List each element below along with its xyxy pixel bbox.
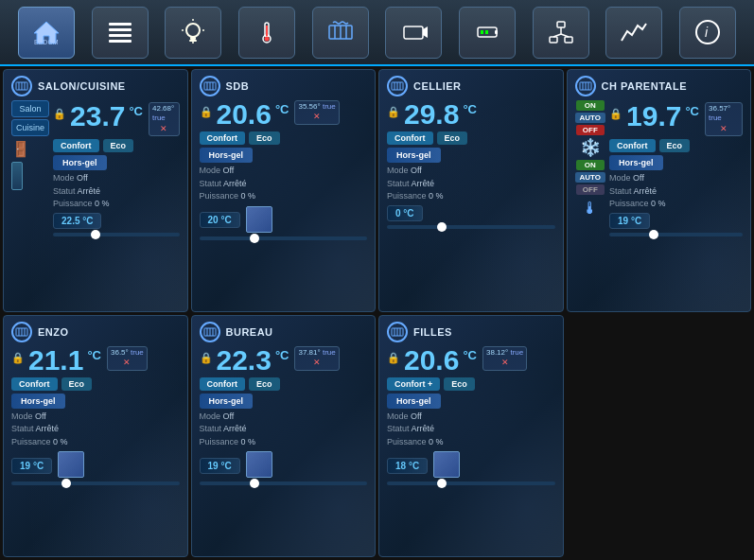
info-statut-parentale: Statut Arrêté [609,185,743,199]
btn-row-salon: Confort Eco [53,139,179,152]
slider-filles[interactable] [387,481,555,485]
svg-rect-27 [557,22,565,27]
temp-unit-filles: °C [463,348,477,362]
thumb-sdb [246,206,272,233]
info-statut-cellier: Statut Arrêté [387,178,555,191]
badge-close-filles[interactable]: ✕ [486,358,523,369]
btn-horsgel-salon[interactable]: Hors-gel [53,155,107,170]
zone-cellier: CELLIER 🔒 29.8 °C Confort Eco Hors-gel M… [378,69,564,312]
btn-confort-sdb[interactable]: Confort [200,131,246,145]
info-puissance-bureau: Puissance 0 % [200,436,368,449]
info-puissance-enzo: Puissance 0 % [11,436,180,449]
nav-camera[interactable] [385,7,442,59]
btn-horsgel-filles[interactable]: Hors-gel [387,394,441,409]
nav-network[interactable] [533,7,589,59]
slider-thumb-sdb[interactable] [250,234,259,243]
badge-close-salon[interactable]: ✕ [152,124,176,135]
slider-thumb-filles[interactable] [437,479,447,488]
btn-eco-filles[interactable]: Eco [444,377,475,391]
btn-confort-salon[interactable]: Confort [53,139,99,152]
btn-eco-parentale[interactable]: Eco [659,139,691,152]
zone-header-bureau: BUREAU [200,322,368,342]
nav-shutters[interactable] [92,7,149,59]
info-puissance-filles: Puissance 0 % [387,436,555,449]
slider-thumb-cellier[interactable] [437,222,447,232]
thumb-bureau [246,451,272,478]
slider-cellier[interactable] [387,225,555,229]
parentale-toggles: ON AUTO OFF ❄️ ON AUTO OFF 🌡 [575,100,606,236]
zone-sdb: SDB 🔒 20.6 °C 35.56° true ✕ Confort Eco … [191,69,377,312]
setpoint-cellier: 0 °C [387,205,423,221]
btn-eco-salon[interactable]: Eco [103,139,134,152]
temp-badge-parentale: 36.57° true ✕ [705,102,743,136]
parentale-right: 🔒 19.7 °C 36.57° true ✕ Confort Eco Hors… [609,100,743,236]
nav-thermometer[interactable] [238,7,295,59]
info-puissance-salon: Puissance 0 % [53,198,179,211]
zone-header-filles: FILLES [387,322,555,342]
lock-icon-bureau: 🔒 [200,352,213,364]
btn-eco-sdb[interactable]: Eco [249,131,280,145]
toggle-auto-parentale[interactable]: AUTO [575,113,606,123]
slider-parentale[interactable] [609,233,743,236]
btn-horsgel-enzo[interactable]: Hors-gel [11,394,65,409]
nav-chart[interactable] [605,7,662,59]
nav-lights[interactable] [165,7,221,59]
toggle-auto2-parentale[interactable]: AUTO [575,172,606,183]
btn-row-parentale: Confort Eco [609,139,743,152]
nav-info[interactable]: i [679,7,736,59]
nav-radiator[interactable] [312,7,369,59]
slider-salon[interactable] [53,233,179,236]
nav-home[interactable]: EEDOM [18,7,75,59]
toggle-off2-parentale[interactable]: OFF [576,184,605,195]
info-puissance-parentale: Puissance 0 % [609,198,743,211]
svg-rect-8 [189,40,197,42]
ac-icon-parentale: ❄️ [580,137,601,158]
temp-row-cellier: 🔒 29.8 °C [387,100,555,129]
slider-thumb-parentale[interactable] [649,230,658,239]
btn-row-bureau: Confort Eco [200,377,368,391]
zone-title-parentale: CH PARENTALE [602,80,688,92]
zone-header-salon: SALON/CUISINE [11,76,180,96]
radiator-icon-cellier [387,76,408,96]
btn-eco-bureau[interactable]: Eco [249,377,280,391]
zone-title-filles: FILLES [413,326,452,338]
temp-row-bureau: 🔒 22.3 °C 37.81° true ✕ [200,346,368,375]
btn-horsgel-sdb[interactable]: Hors-gel [200,148,254,163]
toggle-off-parentale[interactable]: OFF [576,125,605,135]
btn-confort-bureau[interactable]: Confort [200,377,246,391]
big-temp-bureau: 22.3 [217,346,272,375]
info-statut-filles: Statut Arrêté [387,423,555,436]
zone-header-cellier: CELLIER [387,76,555,96]
salon-room-label[interactable]: Salon [11,100,49,117]
cuisine-room-label[interactable]: Cuisine [11,119,49,136]
btn-confort-enzo[interactable]: Confort [11,377,58,391]
toggle-on2-parentale[interactable]: ON [576,160,605,170]
nav-energy[interactable] [459,7,516,59]
info-mode-cellier: Mode Off [387,165,555,178]
temp-unit-salon: °C [129,104,143,118]
btn-confort-plus-filles[interactable]: Confort + [387,377,440,391]
btn-horsgel-bureau[interactable]: Hors-gel [200,394,254,409]
slider-enzo[interactable] [11,481,180,485]
btn-horsgel-parentale[interactable]: Hors-gel [609,155,663,170]
badge-close-bureau[interactable]: ✕ [298,358,335,369]
badge-close-enzo[interactable]: ✕ [111,358,144,369]
thumb-enzo [58,451,84,478]
btn-confort-cellier[interactable]: Confort [387,131,433,145]
slider-sdb[interactable] [200,236,368,240]
slider-thumb-salon[interactable] [91,230,100,239]
temp-badge-bureau: 37.81° true ✕ [294,346,339,371]
toggle-on-parentale[interactable]: ON [576,100,605,111]
btn-confort-parentale[interactable]: Confort [609,139,656,152]
btn-eco-enzo[interactable]: Eco [61,377,93,391]
slider-bureau[interactable] [200,481,368,485]
slider-thumb-enzo[interactable] [61,479,71,488]
info-mode-filles: Mode Off [387,411,555,424]
temp-unit-sdb: °C [275,102,289,116]
badge-close-parentale[interactable]: ✕ [709,124,739,135]
btn-horsgel-cellier[interactable]: Hors-gel [387,148,441,163]
slider-thumb-bureau[interactable] [250,479,259,488]
btn-eco-cellier[interactable]: Eco [437,131,468,145]
badge-close-sdb[interactable]: ✕ [298,112,335,123]
main-grid: SALON/CUISINE Salon Cuisine 🚪 🔒 23.7 °C … [0,66,754,560]
